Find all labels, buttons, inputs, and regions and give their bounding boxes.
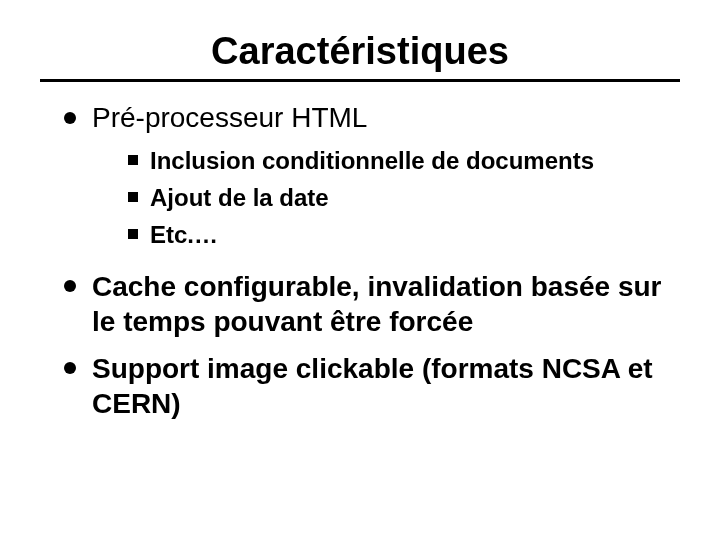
bullet-list: Pré-processeur HTML Inclusion conditionn… bbox=[40, 100, 680, 421]
sub-bullet-item: Ajout de la date bbox=[130, 182, 680, 213]
sub-bullet-list: Inclusion conditionnelle de documents Aj… bbox=[92, 145, 680, 251]
title-rule bbox=[40, 79, 680, 82]
slide: Caractéristiques Pré-processeur HTML Inc… bbox=[0, 0, 720, 540]
sub-bullet-item: Inclusion conditionnelle de documents bbox=[130, 145, 680, 176]
bullet-text: Cache configurable, invalidation basée s… bbox=[92, 271, 662, 337]
bullet-item: Pré-processeur HTML Inclusion conditionn… bbox=[68, 100, 680, 251]
slide-title: Caractéristiques bbox=[40, 30, 680, 73]
bullet-item: Cache configurable, invalidation basée s… bbox=[68, 269, 680, 339]
bullet-text: Support image clickable (formats NCSA et… bbox=[92, 353, 653, 419]
bullet-item: Support image clickable (formats NCSA et… bbox=[68, 351, 680, 421]
sub-bullet-item: Etc.… bbox=[130, 219, 680, 250]
bullet-text: Pré-processeur HTML bbox=[92, 102, 367, 133]
